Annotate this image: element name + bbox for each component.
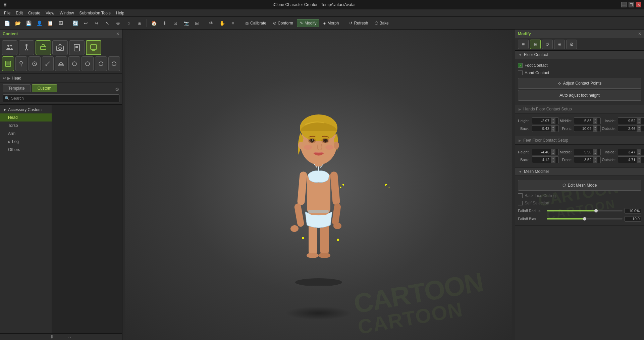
f-height-down[interactable]: ▼ (551, 152, 555, 155)
viewport-right-edge[interactable] (512, 30, 515, 340)
hand-contact-checkbox[interactable] (518, 70, 523, 75)
viewport[interactable]: CARTOON CARTOON (125, 30, 512, 340)
save-button[interactable]: 💾 (23, 18, 34, 28)
minimize-button[interactable]: — (621, 2, 627, 7)
modify-close-icon[interactable]: ✕ (638, 32, 641, 36)
panel-bottom-left-button[interactable]: ⬇ (50, 334, 54, 340)
tree-item-arm[interactable]: Arm (0, 130, 52, 138)
move-button[interactable]: ⊕ (113, 18, 123, 28)
menu-file[interactable]: File (1, 10, 13, 16)
floor-contact-header[interactable]: ▼ Floor Contact (515, 51, 644, 59)
f-back-down[interactable]: ▼ (551, 160, 555, 163)
falloff-bias-input[interactable] (625, 216, 641, 222)
menu-window[interactable]: Window (57, 10, 77, 16)
down-view-button[interactable]: ⬇ (160, 18, 170, 28)
character-button[interactable]: 👤 (34, 18, 44, 28)
f-height-input[interactable] (532, 149, 551, 155)
modify-tab-transform[interactable]: ⊕ (530, 40, 541, 49)
watch-icon-btn[interactable] (29, 56, 41, 71)
falloff-radius-track[interactable] (547, 210, 623, 211)
f-outside-down[interactable]: ▼ (637, 160, 641, 163)
home-view-button[interactable]: 🏠 (149, 18, 159, 28)
presenter-icon-btn[interactable] (86, 40, 101, 55)
feet-floor-header[interactable]: ▶ Feet Floor Contact Setup (515, 136, 644, 145)
menu-create[interactable]: Create (25, 10, 43, 16)
back-up[interactable]: ▲ (551, 126, 555, 129)
back-input[interactable] (532, 126, 551, 131)
restore-button[interactable]: ❐ (629, 2, 634, 7)
eye-button[interactable]: 👁 (206, 18, 216, 28)
pin-icon-btn[interactable] (15, 56, 28, 71)
menu-view[interactable]: View (43, 10, 57, 16)
accessories-icon-btn[interactable] (36, 40, 51, 55)
middle-down[interactable]: ▼ (593, 121, 597, 124)
scale-button[interactable]: ⊞ (135, 18, 145, 28)
inside-down[interactable]: ▼ (637, 121, 641, 124)
f-inside-input[interactable] (618, 149, 637, 155)
inside-up[interactable]: ▲ (637, 118, 641, 121)
refresh-button[interactable]: ↺ Refresh (346, 19, 371, 27)
edit-mesh-mode-button[interactable]: ⬡ Edit Mesh Mode (518, 180, 641, 191)
hands-floor-header[interactable]: ▶ Hands Floor Contact Setup (515, 105, 644, 113)
square-icon-btn[interactable] (2, 56, 14, 71)
self-selection-checkbox[interactable] (518, 201, 523, 205)
modify-tab-gear[interactable]: ⚙ (566, 40, 577, 49)
f-front-up[interactable]: ▲ (593, 157, 597, 160)
auto-adjust-foot-height-button[interactable]: Auto adjust foot height (518, 90, 641, 101)
circle4-icon-btn[interactable] (108, 56, 120, 71)
menu-submission-tools[interactable]: Submission Tools (77, 10, 113, 16)
height-up[interactable]: ▲ (551, 118, 555, 121)
nav-back-button[interactable]: ↩ (3, 76, 6, 81)
f-front-down[interactable]: ▼ (593, 160, 597, 163)
redo-button[interactable]: ↪ (92, 18, 102, 28)
f-front-input[interactable] (574, 157, 593, 162)
outside-down[interactable]: ▼ (637, 129, 641, 132)
back-face-culling-checkbox[interactable] (518, 193, 523, 198)
outside-input[interactable] (618, 126, 637, 131)
modify-tab-reset[interactable]: ↺ (542, 40, 553, 49)
close-button[interactable]: ✕ (636, 2, 641, 7)
viewport-left-edge[interactable] (122, 30, 125, 340)
image-button[interactable]: 🖼 (56, 18, 66, 28)
new-button[interactable]: 📄 (2, 18, 12, 28)
circle1-icon-btn[interactable] (68, 56, 80, 71)
f-back-input[interactable] (532, 157, 551, 162)
tab-custom[interactable]: Custom (32, 84, 57, 92)
f-middle-down[interactable]: ▼ (593, 152, 597, 155)
falloff-bias-thumb[interactable] (583, 217, 586, 221)
handle-right[interactable] (385, 184, 390, 190)
outside-up[interactable]: ▲ (637, 126, 641, 129)
rotate-button[interactable]: ○ (124, 18, 134, 28)
f-outside-up[interactable]: ▲ (637, 157, 641, 160)
tree-item-head[interactable]: Head (0, 113, 52, 122)
tree-item-leg[interactable]: ▶ Leg (0, 138, 52, 146)
nav-forward-button[interactable]: ▶ (7, 76, 10, 81)
inside-input[interactable] (618, 118, 637, 124)
content-close-icon[interactable]: ✕ (116, 32, 119, 36)
hat-icon-btn[interactable] (55, 56, 67, 71)
open-button[interactable]: 📂 (13, 18, 23, 28)
circle3-icon-btn[interactable] (95, 56, 107, 71)
pose-icon-btn[interactable] (19, 40, 34, 55)
tree-item-others[interactable]: Others (0, 146, 52, 154)
middle-input[interactable] (574, 118, 593, 124)
morph-button[interactable]: ◈ Morph (320, 19, 342, 27)
modify-tab-grid[interactable]: ⊞ (554, 40, 565, 49)
f-outside-input[interactable] (618, 157, 637, 162)
f-inside-up[interactable]: ▲ (637, 149, 641, 152)
refresh-scene-button[interactable]: 🔄 (70, 18, 80, 28)
select-button[interactable]: ↖ (102, 18, 112, 28)
falloff-radius-thumb[interactable] (594, 209, 598, 212)
bake-button[interactable]: ⬡ Bake (372, 19, 391, 27)
circle2-icon-btn[interactable] (82, 56, 94, 71)
tree-item-torso[interactable]: Torso (0, 122, 52, 130)
tab-template[interactable]: Template (3, 84, 31, 92)
f-height-up[interactable]: ▲ (551, 149, 555, 152)
f-back-up[interactable]: ▲ (551, 157, 555, 160)
calibrate-button[interactable]: ⚖ Calibrate (242, 19, 269, 27)
height-input[interactable] (532, 118, 551, 124)
modify-button[interactable]: ✎ Modify (297, 19, 319, 27)
modify-tab-settings[interactable]: ≡ (518, 40, 529, 49)
conform-button[interactable]: ⊙ Conform (270, 19, 296, 27)
tab-settings-icon[interactable]: ⚙ (115, 87, 119, 92)
